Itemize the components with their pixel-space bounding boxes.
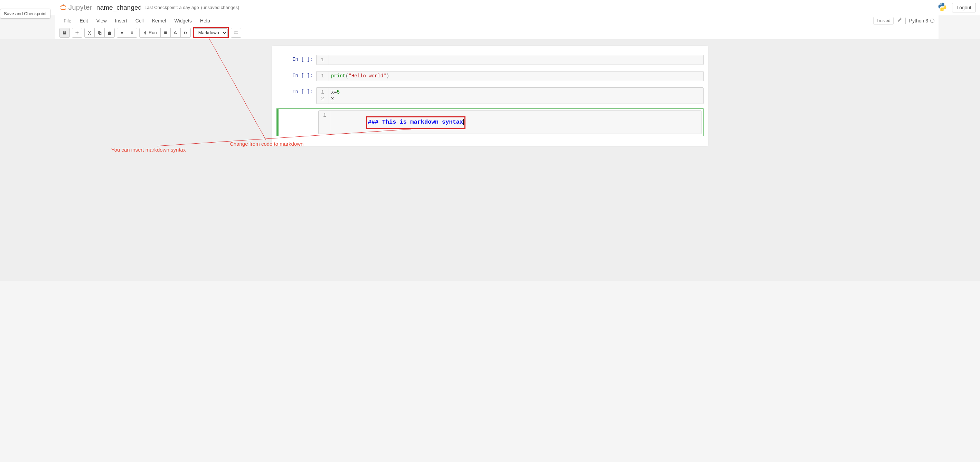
app-header: Jupyter name_changed Last Checkpoint: a …	[0, 0, 980, 15]
jupyter-logo-text: Jupyter	[68, 3, 92, 11]
menu-insert[interactable]: Insert	[111, 16, 131, 25]
prompt: In [ ]:	[277, 71, 316, 81]
save-button[interactable]	[60, 28, 70, 37]
cell-type-select[interactable]: Markdown	[194, 28, 228, 37]
menu-kernel[interactable]: Kernel	[148, 16, 170, 25]
prompt	[278, 111, 318, 134]
python-icon	[937, 2, 947, 13]
run-label: Run	[149, 30, 157, 35]
code-content[interactable]	[329, 55, 703, 65]
input-area[interactable]: 1 ### This is markdown syntax	[318, 111, 702, 134]
markdown-cell-selected[interactable]: 1 ### This is markdown syntax	[277, 108, 703, 136]
code-cell[interactable]: In [ ]: 1	[277, 53, 703, 67]
cut-button[interactable]	[85, 28, 94, 37]
cursor-icon	[463, 119, 464, 125]
trusted-badge[interactable]: Trusted	[873, 17, 893, 24]
gutter: 1	[318, 111, 331, 133]
checkpoint-status: Last Checkpoint: a day ago	[145, 5, 199, 10]
notebook-container: In [ ]: 1 In [ ]: 1 print("Hello world")…	[272, 46, 708, 146]
code-cell[interactable]: In [ ]: 1 2 x=5 x	[277, 86, 703, 106]
gutter: 1 2	[317, 88, 329, 103]
run-button[interactable]: Run	[140, 28, 160, 37]
input-area[interactable]: 1 print("Hello world")	[316, 71, 703, 81]
restart-run-all-button[interactable]	[180, 28, 190, 37]
menu-cell[interactable]: Cell	[131, 16, 148, 25]
kernel-name[interactable]: Python 3	[909, 18, 934, 24]
code-cell[interactable]: In [ ]: 1 print("Hello world")	[277, 70, 703, 83]
svg-rect-3	[235, 32, 235, 32]
paste-button[interactable]	[104, 28, 115, 37]
markdown-content[interactable]: ### This is markdown syntax	[331, 111, 701, 133]
cell-type-highlight: Markdown	[193, 27, 229, 38]
code-content[interactable]: print("Hello world")	[329, 71, 703, 81]
kernel-label: Python 3	[909, 18, 928, 24]
add-cell-button[interactable]	[72, 28, 82, 37]
input-area[interactable]: 1 2 x=5 x	[316, 87, 703, 104]
restart-button[interactable]	[170, 28, 180, 37]
command-palette-button[interactable]	[231, 28, 241, 37]
markdown-text: ### This is markdown syntax	[368, 119, 463, 125]
menu-edit[interactable]: Edit	[76, 16, 92, 25]
code-content[interactable]: x=5 x	[329, 88, 703, 103]
jupyter-logo[interactable]: Jupyter	[59, 3, 92, 11]
separator	[905, 17, 906, 24]
edit-icon[interactable]	[897, 17, 902, 24]
prompt: In [ ]:	[277, 87, 316, 104]
stop-button[interactable]	[160, 28, 170, 37]
svg-rect-2	[234, 32, 238, 34]
svg-rect-4	[235, 33, 237, 33]
input-area[interactable]: 1	[316, 55, 703, 65]
copy-button[interactable]	[94, 28, 104, 37]
unsaved-indicator: (unsaved changes)	[201, 5, 239, 10]
notebook-title[interactable]: name_changed	[96, 4, 142, 11]
gutter: 1	[317, 71, 329, 81]
menu-help[interactable]: Help	[196, 16, 214, 25]
prompt: In [ ]:	[277, 55, 316, 65]
gutter: 1	[317, 55, 329, 65]
svg-rect-1	[164, 32, 167, 34]
menu-bar: File Edit View Insert Cell Kernel Widget…	[55, 15, 939, 26]
menu-view[interactable]: View	[92, 16, 111, 25]
save-tooltip: Save and Checkpoint	[0, 9, 51, 19]
menu-widgets[interactable]: Widgets	[170, 16, 196, 25]
kernel-indicator-icon	[930, 19, 934, 23]
move-down-button[interactable]	[127, 28, 137, 37]
svg-point-0	[63, 4, 64, 5]
move-up-button[interactable]	[117, 28, 127, 37]
logout-button[interactable]: Logout	[952, 3, 976, 13]
toolbar: Run Markdown	[55, 26, 939, 40]
menu-file[interactable]: File	[59, 16, 76, 25]
